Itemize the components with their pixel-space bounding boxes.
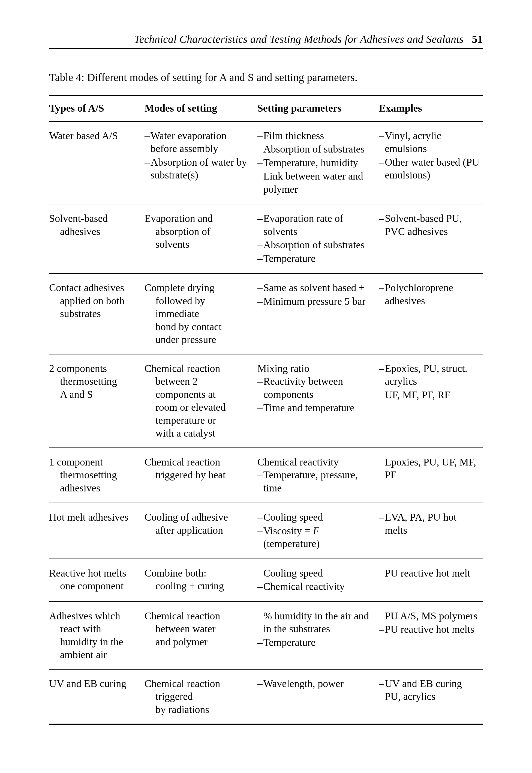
bullet-list: Epoxies, PU, UF, MF, PF [379, 456, 480, 482]
text-line: triggered [145, 690, 255, 703]
bullet-list: Solvent-based PU, PVC adhesives [379, 212, 480, 238]
bullet-item: Temperature, humidity [257, 156, 376, 169]
bullet-list: Cooling speedChemical reactivity [257, 567, 376, 593]
bullet-item: Epoxies, PU, struct. acrylics [379, 362, 480, 388]
bullet-list: PU reactive hot melt [379, 567, 480, 580]
text-line: one component [49, 580, 142, 593]
cell-params: Wavelength, power [257, 669, 379, 724]
text-line: react with [49, 622, 142, 636]
cell-modes: Evaporation andabsorption ofsolvents [145, 204, 257, 273]
bullet-item: Water evaporation before assembly [145, 129, 255, 155]
bullet-list: Epoxies, PU, struct. acrylicsUF, MF, PF,… [379, 362, 480, 402]
bullet-list: % humidity in the air and in the substra… [257, 610, 376, 649]
cell-modes: Chemical reactiontriggered by heat [145, 448, 257, 503]
cell-examples: EVA, PA, PU hot melts [379, 503, 483, 559]
cell-params: Cooling speedViscosity = F (temperature) [257, 503, 379, 559]
bullet-item: Epoxies, PU, UF, MF, PF [379, 456, 480, 482]
table-row: Contact adhesivesapplied on bothsubstrat… [49, 273, 483, 354]
cell-types: 2 componentsthermosettingA and S [49, 354, 145, 448]
text-line: Chemical reaction [145, 677, 255, 690]
text-line: 2 components [49, 362, 142, 375]
text-line: Water based A/S [49, 129, 142, 142]
text-line: Contact adhesives [49, 281, 142, 294]
table-row: Adhesives whichreact withhumidity in the… [49, 602, 483, 669]
cell-examples: Vinyl, acrylic emulsionsOther water base… [379, 121, 483, 204]
text-line: and polymer [145, 636, 255, 649]
text-line: immediate [145, 307, 255, 320]
table-row: Solvent-basedadhesivesEvaporation andabs… [49, 204, 483, 273]
cell-examples: PU A/S, MS polymersPU reactive hot melts [379, 602, 483, 669]
cell-types: Reactive hot meltsone component [49, 559, 145, 602]
bullet-item: Solvent-based PU, PVC adhesives [379, 212, 480, 238]
cell-modes: Chemical reactionbetween 2components atr… [145, 354, 257, 448]
bullet-list: Film thicknessAbsorption of substratesTe… [257, 129, 376, 196]
table-body: Water based A/SWater evaporation before … [49, 121, 483, 724]
cell-modes: Cooling of adhesiveafter application [145, 503, 257, 559]
text-line: Chemical reaction [145, 362, 255, 375]
table-row: Hot melt adhesivesCooling of adhesiveaft… [49, 503, 483, 559]
text-line: Reactive hot melts [49, 567, 142, 580]
cell-types: Solvent-basedadhesives [49, 204, 145, 273]
running-header-title: Technical Characteristics and Testing Me… [134, 33, 464, 45]
cell-params: % humidity in the air and in the substra… [257, 602, 379, 669]
text-line: applied on both [49, 294, 142, 307]
text-line: 1 component [49, 456, 142, 469]
text-line: cooling + curing [145, 580, 255, 593]
text-line: after application [145, 524, 255, 537]
bullet-item: PU reactive hot melts [379, 623, 480, 636]
text-line: Chemical reactivity [257, 456, 376, 469]
text-line: substrates [49, 307, 142, 320]
bullet-item: Evaporation rate of solvents [257, 212, 376, 238]
bullet-list: EVA, PA, PU hot melts [379, 511, 480, 537]
text-line: humidity in the [49, 636, 142, 649]
cell-examples: Solvent-based PU, PVC adhesives [379, 204, 483, 273]
bullet-item: EVA, PA, PU hot melts [379, 511, 480, 537]
text-line: solvents [145, 238, 255, 251]
table-row: 2 componentsthermosettingA and SChemical… [49, 354, 483, 448]
cell-modes: Chemical reactionbetween waterand polyme… [145, 602, 257, 669]
bullet-list: Reactivity between componentsTime and te… [257, 375, 376, 415]
cell-examples: Epoxies, PU, UF, MF, PF [379, 448, 483, 503]
bullet-item: Temperature [257, 636, 376, 649]
table-caption: Table 4: Different modes of setting for … [49, 71, 483, 84]
text-line: absorption of [145, 225, 255, 238]
text-line: under pressure [145, 333, 255, 346]
cell-modes: Water evaporation before assemblyAbsorpt… [145, 121, 257, 204]
cell-modes: Chemical reactiontriggeredby radiations [145, 669, 257, 724]
text-line: temperature or [145, 414, 255, 427]
text-line: triggered by heat [145, 469, 255, 482]
cell-types: Adhesives whichreact withhumidity in the… [49, 602, 145, 669]
text-line: thermosetting [49, 375, 142, 388]
settings-table: Types of A/S Modes of setting Setting pa… [49, 95, 483, 725]
text-line: adhesives [49, 482, 142, 495]
bullet-item: Temperature [257, 252, 376, 265]
cell-params: Cooling speedChemical reactivity [257, 559, 379, 602]
text-line: Evaporation and [145, 212, 255, 225]
text-line: by radiations [145, 703, 255, 716]
cell-modes: Complete dryingfollowed byimmediatebond … [145, 273, 257, 354]
header-rule [49, 48, 483, 49]
text-line: room or elevated [145, 401, 255, 414]
cell-types: Contact adhesivesapplied on bothsubstrat… [49, 273, 145, 354]
bullet-item: Viscosity = F (temperature) [257, 525, 376, 550]
cell-types: UV and EB curing [49, 669, 145, 724]
cell-types: 1 componentthermosettingadhesives [49, 448, 145, 503]
col-header-params: Setting parameters [257, 95, 379, 121]
bullet-item: Same as solvent based + [257, 281, 376, 294]
bullet-list: Water evaporation before assemblyAbsorpt… [145, 129, 255, 182]
bullet-item: Temperature, pressure, time [257, 469, 376, 495]
running-header: Technical Characteristics and Testing Me… [49, 33, 483, 46]
bullet-item: Absorption of water by substrate(s) [145, 156, 255, 182]
bullet-item: Polychloroprene adhesives [379, 281, 480, 307]
page: Technical Characteristics and Testing Me… [0, 0, 532, 773]
text-line: Mixing ratio [257, 362, 376, 375]
bullet-item: Chemical reactivity [257, 580, 376, 593]
bullet-item: Film thickness [257, 129, 376, 142]
cell-params: Chemical reactivityTemperature, pressure… [257, 448, 379, 503]
text-line: UV and EB curing [49, 677, 142, 690]
bullet-item: Link between water and polymer [257, 170, 376, 196]
text-line: bond by contact [145, 320, 255, 333]
table-header-row: Types of A/S Modes of setting Setting pa… [49, 95, 483, 121]
bullet-item: Cooling speed [257, 567, 376, 580]
col-header-modes: Modes of setting [145, 95, 257, 121]
